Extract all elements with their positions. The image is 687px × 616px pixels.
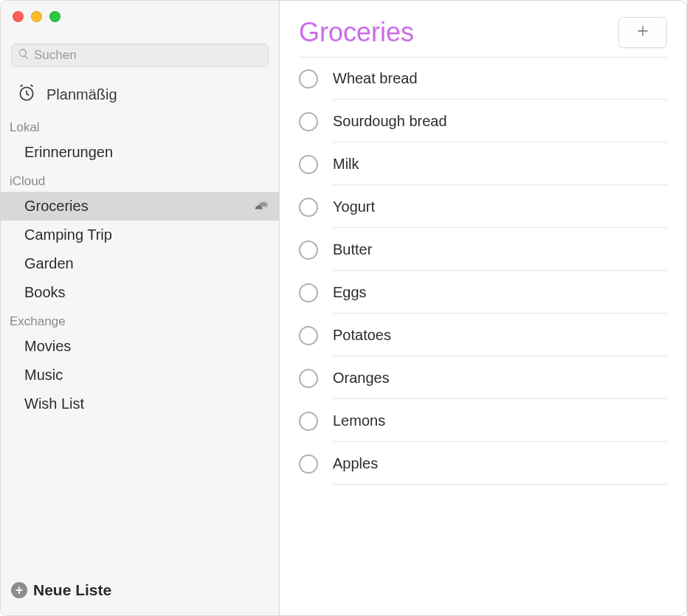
reminder-text: Milk <box>333 156 667 173</box>
reminder-row[interactable]: Milk <box>299 143 667 186</box>
reminder-text-wrap: Sourdough bread <box>333 113 667 142</box>
reminder-row[interactable]: Apples <box>299 443 667 485</box>
sidebar-item-label: Garden <box>24 255 74 272</box>
reminder-row[interactable]: Oranges <box>299 357 667 400</box>
sidebar-item-books[interactable]: Books <box>1 278 279 307</box>
list-header: Groceries <box>299 1 667 58</box>
alarm-clock-icon <box>17 83 36 105</box>
main-panel: Groceries Wheat breadSourdough breadMilk… <box>280 1 686 615</box>
reminder-row[interactable]: Wheat bread <box>299 58 667 100</box>
add-reminder-button[interactable] <box>618 17 667 48</box>
sidebar-item-camping-trip[interactable]: Camping Trip <box>1 221 279 249</box>
window-controls <box>1 1 279 38</box>
reminder-row[interactable]: Eggs <box>299 271 667 314</box>
reminder-checkbox[interactable] <box>299 112 318 131</box>
reminder-row[interactable]: Lemons <box>299 400 667 443</box>
reminder-text-wrap: Apples <box>333 455 667 485</box>
reminder-checkbox[interactable] <box>299 69 318 89</box>
reminder-text-wrap: Eggs <box>333 284 667 314</box>
reminder-checkbox[interactable] <box>299 369 318 388</box>
sidebar-item-label: Books <box>24 284 66 301</box>
new-list-button[interactable]: + Neue Liste <box>1 570 279 615</box>
sidebar-item-label: Camping Trip <box>24 226 112 243</box>
reminder-text: Sourdough bread <box>333 113 667 130</box>
sidebar-item-label: Groceries <box>24 198 89 215</box>
plus-circle-icon: + <box>11 582 27 598</box>
close-window-button[interactable] <box>13 11 24 22</box>
sidebar-item-label: Music <box>24 367 63 384</box>
section-header-icloud: iCloud <box>1 167 279 192</box>
reminder-row[interactable]: Yogurt <box>299 186 667 229</box>
reminder-text: Potatoes <box>333 327 667 344</box>
reminder-checkbox[interactable] <box>299 326 318 345</box>
reminder-checkbox[interactable] <box>299 412 318 431</box>
sidebar-item-garden[interactable]: Garden <box>1 249 279 278</box>
minimize-window-button[interactable] <box>31 11 42 22</box>
sidebar-item-label: Wish List <box>24 395 84 412</box>
reminder-text-wrap: Yogurt <box>333 198 667 228</box>
reminder-row[interactable]: Butter <box>299 229 667 271</box>
reminder-text: Oranges <box>333 370 667 387</box>
sidebar-item-label: Erinnerungen <box>24 144 113 161</box>
list-title: Groceries <box>299 17 414 48</box>
sidebar-item-groceries[interactable]: Groceries <box>1 192 279 221</box>
reminder-checkbox[interactable] <box>299 155 318 174</box>
fullscreen-window-button[interactable] <box>49 11 61 22</box>
section-header-lokal: Lokal <box>1 113 279 138</box>
reminder-text: Apples <box>333 455 667 472</box>
section-header-exchange: Exchange <box>1 307 279 332</box>
reminder-checkbox[interactable] <box>299 198 318 217</box>
reminder-list: Wheat breadSourdough breadMilkYogurtButt… <box>299 58 667 615</box>
reminder-text-wrap: Milk <box>333 156 667 185</box>
reminder-row[interactable]: Sourdough bread <box>299 100 667 143</box>
reminder-text: Wheat bread <box>333 70 667 87</box>
reminder-text: Eggs <box>333 284 667 301</box>
reminder-checkbox[interactable] <box>299 454 318 474</box>
reminder-text: Lemons <box>333 412 667 429</box>
search-icon <box>18 48 30 63</box>
plus-icon <box>635 24 650 41</box>
scheduled-label: Planmäßig <box>46 86 117 103</box>
search-input[interactable] <box>30 47 262 63</box>
reminder-text: Butter <box>333 241 667 258</box>
sidebar: Planmäßig Lokal Erinnerungen iCloud Groc… <box>1 1 280 615</box>
sidebar-item-label: Movies <box>24 338 71 355</box>
new-list-label: Neue Liste <box>33 581 111 599</box>
shared-list-icon <box>252 198 269 215</box>
reminder-checkbox[interactable] <box>299 283 318 302</box>
reminder-text-wrap: Oranges <box>333 370 667 399</box>
reminders-window: Planmäßig Lokal Erinnerungen iCloud Groc… <box>0 0 687 616</box>
reminder-text-wrap: Potatoes <box>333 327 667 356</box>
sidebar-item-music[interactable]: Music <box>1 361 279 390</box>
reminder-row[interactable]: Potatoes <box>299 314 667 357</box>
reminder-text-wrap: Lemons <box>333 412 667 442</box>
sidebar-item-scheduled[interactable]: Planmäßig <box>1 76 279 113</box>
sidebar-item-wish-list[interactable]: Wish List <box>1 390 279 418</box>
sidebar-item-erinnerungen[interactable]: Erinnerungen <box>1 138 279 167</box>
search-field[interactable] <box>11 44 269 67</box>
reminder-checkbox[interactable] <box>299 240 318 260</box>
reminder-text: Yogurt <box>333 198 667 215</box>
reminder-text-wrap: Butter <box>333 241 667 271</box>
reminder-text-wrap: Wheat bread <box>333 70 667 100</box>
sidebar-item-movies[interactable]: Movies <box>1 332 279 361</box>
